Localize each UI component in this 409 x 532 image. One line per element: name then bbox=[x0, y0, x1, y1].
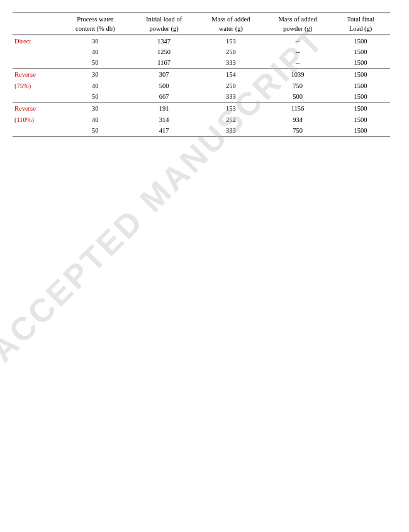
table-row: (75%)405002507501500 bbox=[13, 80, 390, 91]
cell-process_water: 40 bbox=[60, 80, 130, 91]
cell-initial_load: 307 bbox=[130, 69, 197, 80]
cell-mass_water: 250 bbox=[198, 47, 264, 57]
cell-mass_water: 153 bbox=[198, 35, 264, 47]
col-mass-powder-header1: Mass of added bbox=[264, 13, 331, 25]
table-container: Process water Initial load of Mass of ad… bbox=[0, 0, 409, 149]
cell-total_final: 1500 bbox=[331, 35, 390, 47]
col-mass-powder-header2: powder (g) bbox=[264, 24, 331, 35]
table-row: 504173337501500 bbox=[13, 125, 390, 136]
cell-mass_powder: 934 bbox=[264, 114, 331, 125]
cell-initial_load: 1250 bbox=[130, 47, 197, 57]
cell-mass_water: 153 bbox=[198, 103, 264, 114]
cell-process_water: 50 bbox=[60, 57, 130, 69]
row-section-label: (110%) bbox=[13, 114, 60, 125]
cell-initial_load: 1347 bbox=[130, 35, 197, 47]
cell-total_final: 1500 bbox=[331, 80, 390, 91]
col-process-water-header2: content (% db) bbox=[60, 24, 130, 35]
row-section-label: Reverse bbox=[13, 103, 60, 114]
cell-total_final: 1500 bbox=[331, 114, 390, 125]
table-row: 401250250--1500 bbox=[13, 47, 390, 57]
cell-process_water: 30 bbox=[60, 35, 130, 47]
cell-mass_water: 333 bbox=[198, 57, 264, 69]
cell-mass_powder: 750 bbox=[264, 125, 331, 136]
col-mass-water-header1: Mass of added bbox=[198, 13, 264, 25]
cell-mass_powder: -- bbox=[264, 57, 331, 69]
row-section-label bbox=[13, 47, 60, 57]
table-row: Reverse3030715410391500 bbox=[13, 69, 390, 80]
row-section-label: Direct bbox=[13, 35, 60, 47]
cell-initial_load: 667 bbox=[130, 91, 197, 103]
cell-mass_powder: -- bbox=[264, 47, 331, 57]
cell-total_final: 1500 bbox=[331, 47, 390, 57]
row-section-label bbox=[13, 91, 60, 103]
cell-total_final: 1500 bbox=[331, 57, 390, 69]
table-row: 506673335001500 bbox=[13, 91, 390, 103]
col-total-header2: Load (g) bbox=[331, 24, 390, 35]
cell-process_water: 40 bbox=[60, 114, 130, 125]
row-section-label bbox=[13, 125, 60, 136]
cell-mass_water: 333 bbox=[198, 125, 264, 136]
cell-mass_powder: 750 bbox=[264, 80, 331, 91]
cell-mass_water: 154 bbox=[198, 69, 264, 80]
table-row: (110%)403142529341500 bbox=[13, 114, 390, 125]
cell-mass_powder: 500 bbox=[264, 91, 331, 103]
cell-total_final: 1500 bbox=[331, 103, 390, 114]
col-initial-load-header2: powder (g) bbox=[130, 24, 197, 35]
cell-initial_load: 191 bbox=[130, 103, 197, 114]
col-label-header2 bbox=[13, 24, 60, 35]
row-section-label: (75%) bbox=[13, 80, 60, 91]
cell-total_final: 1500 bbox=[331, 91, 390, 103]
cell-mass_powder: 1156 bbox=[264, 103, 331, 114]
cell-initial_load: 314 bbox=[130, 114, 197, 125]
row-section-label bbox=[13, 57, 60, 69]
cell-process_water: 40 bbox=[60, 47, 130, 57]
cell-total_final: 1500 bbox=[331, 125, 390, 136]
col-process-water-header1: Process water bbox=[60, 13, 130, 25]
cell-process_water: 50 bbox=[60, 91, 130, 103]
cell-total_final: 1500 bbox=[331, 69, 390, 80]
cell-process_water: 30 bbox=[60, 103, 130, 114]
cell-mass_powder: 1039 bbox=[264, 69, 331, 80]
col-initial-load-header1: Initial load of bbox=[130, 13, 197, 25]
table-row: Reverse3019115311561500 bbox=[13, 103, 390, 114]
col-mass-water-header2: water (g) bbox=[198, 24, 264, 35]
cell-initial_load: 1167 bbox=[130, 57, 197, 69]
cell-mass_powder: -- bbox=[264, 35, 331, 47]
col-total-header1: Total final bbox=[331, 13, 390, 25]
cell-process_water: 50 bbox=[60, 125, 130, 136]
row-section-label: Reverse bbox=[13, 69, 60, 80]
cell-mass_water: 333 bbox=[198, 91, 264, 103]
table-row: Direct301347153--1500 bbox=[13, 35, 390, 47]
cell-initial_load: 417 bbox=[130, 125, 197, 136]
cell-mass_water: 252 bbox=[198, 114, 264, 125]
cell-mass_water: 250 bbox=[198, 80, 264, 91]
cell-process_water: 30 bbox=[60, 69, 130, 80]
table-row: 501167333--1500 bbox=[13, 57, 390, 69]
data-table: Process water Initial load of Mass of ad… bbox=[13, 13, 390, 136]
col-label-header1 bbox=[13, 13, 60, 25]
cell-initial_load: 500 bbox=[130, 80, 197, 91]
